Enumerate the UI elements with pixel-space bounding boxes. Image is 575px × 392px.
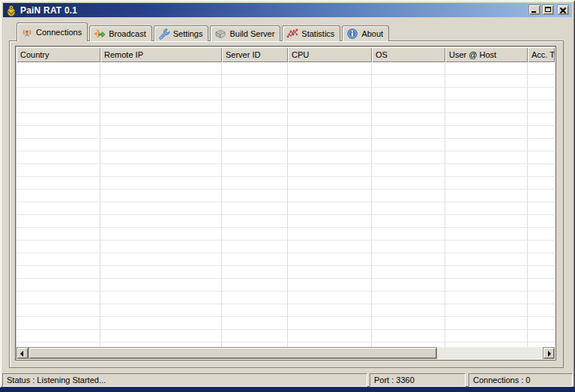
scroll-left-button[interactable] (16, 347, 28, 359)
antenna-icon (21, 26, 33, 38)
column-separator (371, 62, 372, 347)
tab-build-server[interactable]: Build Server (210, 25, 280, 41)
tab-settings[interactable]: Settings (154, 25, 209, 41)
tab-connections[interactable]: Connections (16, 22, 88, 41)
tab-about[interactable]: About (342, 25, 389, 41)
status-panel: Status : Listening Started... (2, 373, 367, 387)
column-separator (445, 62, 445, 347)
column-separator (100, 62, 100, 347)
table-body[interactable] (16, 62, 555, 347)
column-header-label: User @ Host (449, 50, 496, 59)
tab-statistics[interactable]: Statistics (282, 25, 340, 41)
tab-bar: ConnectionsBroadcastSettingsBuild Server… (16, 22, 391, 41)
info-icon (346, 28, 358, 40)
column-header-acc-typ[interactable]: Acc. Typ (528, 47, 555, 62)
app-window: PaiN RAT 0.1 ConnectionsBroadcastSetting… (0, 0, 575, 388)
app-icon[interactable] (5, 4, 17, 16)
titlebar[interactable]: PaiN RAT 0.1 (3, 3, 572, 17)
column-header-user-host[interactable]: User @ Host (445, 47, 528, 62)
window-controls (527, 4, 569, 15)
package-icon (214, 28, 226, 40)
column-header-server-id[interactable]: Server ID (222, 47, 288, 62)
tab-label: Statistics (301, 29, 334, 38)
column-header-cpu[interactable]: CPU (288, 47, 372, 62)
maximize-button[interactable] (542, 4, 554, 15)
close-button[interactable] (557, 4, 569, 15)
column-separator (287, 62, 288, 347)
close-icon (560, 7, 566, 13)
column-header-label: Acc. Typ (532, 50, 555, 59)
column-header-label: Remote IP (104, 50, 143, 59)
column-header-country[interactable]: Country (16, 47, 100, 62)
tab-label: Broadcast (109, 29, 146, 38)
port-panel: Port : 3360 (370, 373, 466, 387)
connections-table: CountryRemote IPServer IDCPUOSUser @ Hos… (15, 46, 556, 361)
window-title: PaiN RAT 0.1 (20, 5, 77, 16)
horizontal-scrollbar[interactable] (16, 347, 555, 359)
column-header-label: OS (376, 50, 388, 59)
broadcast-icon (94, 28, 106, 40)
tab-label: Connections (36, 28, 82, 37)
scroll-right-button[interactable] (543, 347, 555, 359)
port-text: Port : 3360 (374, 376, 415, 385)
maximize-icon (545, 7, 551, 12)
column-header-os[interactable]: OS (372, 47, 445, 62)
table-header: CountryRemote IPServer IDCPUOSUser @ Hos… (16, 47, 555, 62)
column-separator (527, 62, 528, 347)
minimize-icon (532, 11, 536, 13)
wrench-icon (158, 28, 170, 40)
column-separator (221, 62, 222, 347)
connections-tab-page: CountryRemote IPServer IDCPUOSUser @ Hos… (9, 40, 564, 368)
connections-count-text: Connections : 0 (473, 376, 530, 385)
tab-label: About (361, 29, 383, 38)
scroll-right-icon (548, 351, 551, 357)
tab-label: Settings (173, 29, 203, 38)
scroll-left-icon (20, 351, 23, 357)
column-header-label: Country (20, 50, 49, 59)
column-header-remote-ip[interactable]: Remote IP (100, 47, 222, 62)
bottom-strip (0, 388, 575, 392)
tab-broadcast[interactable]: Broadcast (89, 25, 152, 41)
column-header-label: Server ID (226, 50, 260, 59)
status-bar: Status : Listening Started... Port : 336… (0, 372, 575, 388)
tab-label: Build Server (229, 29, 274, 38)
minimize-button[interactable] (529, 4, 541, 15)
statistics-icon (286, 28, 298, 40)
connections-count-panel: Connections : 0 (469, 373, 573, 387)
status-text: Status : Listening Started... (7, 376, 106, 385)
scrollbar-thumb[interactable] (28, 347, 437, 359)
column-header-label: CPU (292, 50, 309, 59)
